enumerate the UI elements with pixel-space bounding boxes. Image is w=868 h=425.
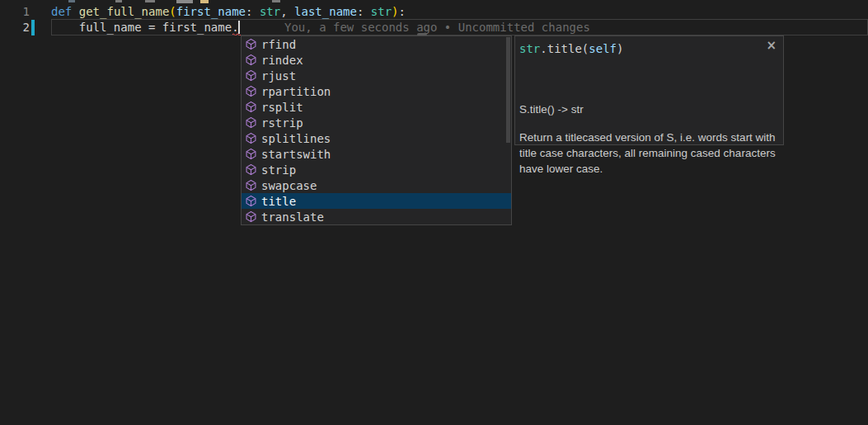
docs-type-line: S.title() -> str bbox=[519, 103, 584, 116]
suggest-item-translate[interactable]: translate bbox=[242, 209, 511, 224]
symbol-method-icon bbox=[245, 210, 257, 223]
close-icon[interactable]: × bbox=[766, 38, 777, 53]
modified-line-indicator bbox=[31, 20, 35, 35]
suggest-item-label: startswith bbox=[261, 148, 331, 161]
suggest-item-swapcase[interactable]: swapcase bbox=[242, 177, 511, 193]
clipped-text-fragment bbox=[68, 0, 75, 2]
suggest-item-label: strip bbox=[261, 163, 296, 177]
symbol-method-icon bbox=[245, 148, 257, 160]
suggest-item-rjust[interactable]: rjust bbox=[242, 68, 511, 83]
suggest-item-label: translate bbox=[261, 210, 324, 224]
symbol-method-icon bbox=[245, 85, 257, 97]
suggest-item-rsplit[interactable]: rsplit bbox=[242, 99, 511, 115]
code-line-2[interactable]: full_name = first_name. bbox=[51, 20, 239, 35]
suggest-item-rpartition[interactable]: rpartition bbox=[242, 83, 511, 99]
suggest-scrollbar[interactable] bbox=[506, 37, 510, 143]
symbol-method-icon bbox=[245, 195, 257, 207]
suggest-item-rstrip[interactable]: rstrip bbox=[242, 115, 511, 130]
symbol-method-icon bbox=[245, 101, 257, 113]
suggest-item-label: swapcase bbox=[261, 179, 317, 192]
suggest-item-title[interactable]: title bbox=[242, 193, 511, 209]
suggest-item-label: rindex bbox=[261, 54, 303, 67]
symbol-method-icon bbox=[245, 116, 257, 129]
clipped-text-fragment bbox=[145, 0, 155, 2]
symbol-method-icon bbox=[245, 69, 257, 82]
suggest-widget: rfind rindex rjust rpartition rsplit rst… bbox=[241, 35, 512, 225]
suggest-item-label: title bbox=[261, 195, 296, 208]
clipped-text-fragment bbox=[115, 0, 122, 2]
suggest-item-label: rsplit bbox=[261, 101, 303, 114]
suggest-item-rindex[interactable]: rindex bbox=[242, 52, 511, 68]
suggest-item-label: rstrip bbox=[261, 116, 303, 130]
suggest-item-strip[interactable]: strip bbox=[242, 162, 511, 177]
suggest-item-label: rpartition bbox=[261, 85, 331, 98]
clipped-text-fragment bbox=[200, 0, 209, 3]
suggest-list: rfind rindex rjust rpartition rsplit rst… bbox=[242, 36, 511, 224]
line-number-1: 1 bbox=[0, 4, 30, 20]
clipped-text-fragment bbox=[176, 0, 193, 3]
suggest-item-splitlines[interactable]: splitlines bbox=[242, 130, 511, 146]
suggest-item-startswith[interactable]: startswith bbox=[242, 146, 511, 162]
docs-panel: str.title(self) × S.title() -> str Retur… bbox=[514, 35, 784, 145]
suggest-item-label: splitlines bbox=[261, 132, 331, 145]
symbol-method-icon bbox=[245, 54, 257, 66]
suggest-item-label: rjust bbox=[261, 69, 296, 83]
suggest-item-label: rfind bbox=[261, 38, 296, 51]
suggest-item-rfind[interactable]: rfind bbox=[242, 36, 511, 52]
symbol-method-icon bbox=[245, 38, 257, 50]
code-line-1[interactable]: def get_full_name(first_name: str, last_… bbox=[51, 4, 406, 20]
docs-signature: str.title(self) bbox=[519, 41, 623, 57]
text-cursor bbox=[238, 21, 240, 34]
line-number-2: 2 bbox=[0, 20, 30, 35]
symbol-method-icon bbox=[245, 179, 257, 191]
clipped-text-fragment bbox=[272, 0, 280, 2]
blame-annotation: You, a few seconds ago • Uncommitted cha… bbox=[284, 20, 590, 35]
docs-description: Return a titlecased version of S, i.e. w… bbox=[519, 130, 778, 177]
symbol-method-icon bbox=[245, 132, 257, 144]
symbol-method-icon bbox=[245, 163, 257, 176]
